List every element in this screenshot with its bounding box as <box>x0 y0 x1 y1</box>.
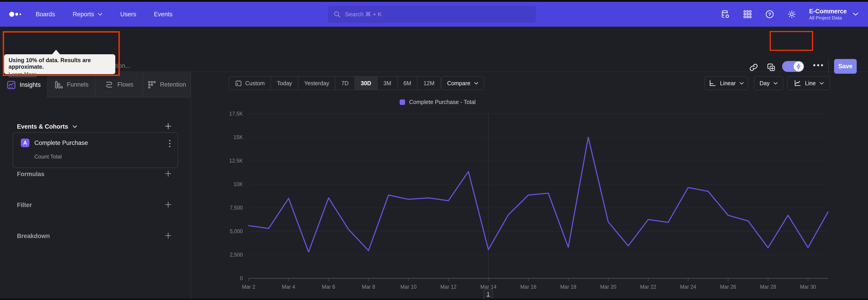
chevron-down-icon <box>98 13 103 16</box>
project-scope: All Project Data <box>809 15 847 21</box>
formulas-section: Formulas <box>0 166 191 182</box>
settings-gear-icon[interactable] <box>787 9 797 19</box>
range-today[interactable]: Today <box>271 77 298 90</box>
chevron-down-icon <box>72 125 77 128</box>
chevron-down-icon <box>819 82 824 85</box>
svg-text:Mar 12: Mar 12 <box>440 284 457 290</box>
range-30d-selected[interactable]: 30D <box>355 77 377 90</box>
svg-text:Mar 2: Mar 2 <box>242 284 255 290</box>
event-card[interactable]: A Complete Purchase Count Total <box>13 132 178 168</box>
search-icon <box>333 10 341 18</box>
line-chart[interactable]: 02,5005,0007,50010K12.5K15K17.5KMar 2Mar… <box>199 95 868 294</box>
help-icon[interactable]: ? <box>765 9 775 19</box>
svg-text:Mar 20: Mar 20 <box>600 284 616 290</box>
chevron-down-icon <box>773 82 778 85</box>
add-filter-button[interactable] <box>164 201 172 210</box>
svg-text:10K: 10K <box>234 181 243 187</box>
tab-label: Funnels <box>67 81 88 88</box>
svg-text:Mar 10: Mar 10 <box>400 284 416 290</box>
learn-more-link[interactable]: Learn More <box>8 71 37 78</box>
range-7d[interactable]: 7D <box>336 77 355 90</box>
breakdown-section: Breakdown <box>0 228 191 244</box>
svg-text:2,500: 2,500 <box>230 252 243 258</box>
svg-text:12.5K: 12.5K <box>229 158 243 164</box>
range-yesterday[interactable]: Yesterday <box>298 77 336 90</box>
svg-text:Mar 26: Mar 26 <box>720 284 736 290</box>
project-switcher[interactable]: E-Commerce All Project Data <box>809 8 859 21</box>
calendar-icon <box>235 80 242 87</box>
svg-text:Mar 8: Mar 8 <box>362 284 375 290</box>
tab-label: Insights <box>20 81 41 88</box>
event-kebab-menu[interactable] <box>168 139 172 149</box>
nav-item-events[interactable]: Events <box>154 11 173 18</box>
nav-items: Boards Reports Users Events <box>36 11 173 18</box>
chevron-down-icon <box>852 12 859 16</box>
chart-type-dropdown[interactable]: Line <box>787 76 830 90</box>
search-input[interactable] <box>345 11 526 18</box>
date-range-segmented-control: Custom Today Yesterday 7D 30D 3M 6M 12M <box>228 76 441 90</box>
tab-label: Flows <box>117 81 133 88</box>
nav-right-cluster: ? E-Commerce All Project Data <box>720 2 859 27</box>
mixpanel-logo[interactable] <box>9 11 25 18</box>
save-button[interactable]: Save <box>834 59 857 74</box>
filter-section: Filter <box>0 197 191 213</box>
add-to-board-icon[interactable] <box>766 62 776 72</box>
event-name[interactable]: Complete Purchase <box>34 140 88 147</box>
tooltip-arrow <box>52 50 60 55</box>
nav-item-users[interactable]: Users <box>120 11 136 18</box>
toggle-knob <box>794 61 804 71</box>
app-window: Boards Reports Users Events <box>0 0 868 300</box>
svg-text:15K: 15K <box>234 134 243 140</box>
breakdown-label: Breakdown <box>17 233 50 240</box>
lightning-bolt-icon <box>795 63 802 70</box>
sampling-tooltip: Using 10% of data. Results are approxima… <box>4 54 115 74</box>
range-3m[interactable]: 3M <box>377 77 398 90</box>
range-6m[interactable]: 6M <box>398 77 418 90</box>
event-metric[interactable]: Count Total <box>34 153 62 160</box>
add-formula-button[interactable] <box>164 170 172 179</box>
tooltip-text: Using 10% of data. Results are approxima… <box>8 57 111 70</box>
interval-dropdown[interactable]: Day <box>754 76 783 90</box>
sampling-toggle[interactable] <box>782 61 804 72</box>
add-breakdown-button[interactable] <box>164 232 172 241</box>
svg-text:?: ? <box>768 11 771 17</box>
event-series-badge: A <box>21 139 29 147</box>
logo-dots-icon <box>9 11 23 18</box>
apps-grid-icon[interactable] <box>743 9 752 19</box>
range-12m[interactable]: 12M <box>417 77 440 90</box>
svg-text:Mar 4: Mar 4 <box>282 284 295 290</box>
svg-text:7,500: 7,500 <box>230 205 243 211</box>
y-scale-dropdown[interactable]: Linear <box>704 76 748 90</box>
nav-item-boards[interactable]: Boards <box>36 11 55 18</box>
window-bottom-edge <box>0 298 868 300</box>
svg-text:Mar 30: Mar 30 <box>800 284 816 290</box>
more-options-button[interactable] <box>813 64 823 66</box>
report-header: Untitled Sampled + Add description... <box>0 27 868 72</box>
copy-link-icon[interactable] <box>749 62 758 72</box>
query-builder-sidebar: Events & Cohorts A Complete Purchase Cou… <box>0 97 191 300</box>
tab-retention[interactable]: Retention <box>143 72 191 97</box>
retention-icon <box>147 80 156 89</box>
linear-axis-icon <box>709 79 716 87</box>
header-divider <box>828 60 829 73</box>
filter-label: Filter <box>17 202 32 209</box>
chevron-down-icon <box>739 82 744 85</box>
range-custom[interactable]: Custom <box>229 77 271 90</box>
project-name: E-Commerce <box>809 8 847 15</box>
sidebar-divider <box>191 72 191 300</box>
add-event-button[interactable] <box>164 122 172 131</box>
project-text: E-Commerce All Project Data <box>809 8 847 21</box>
window-top-edge <box>0 0 868 2</box>
pagination-page-1[interactable]: 1 <box>484 289 493 299</box>
svg-text:Mar 6: Mar 6 <box>322 284 335 290</box>
data-management-icon[interactable] <box>720 9 730 19</box>
nav-item-reports[interactable]: Reports <box>73 11 103 18</box>
top-nav: Boards Reports Users Events <box>0 2 868 27</box>
line-chart-icon <box>794 79 801 87</box>
search-bar[interactable] <box>328 6 536 23</box>
formulas-label: Formulas <box>17 171 44 178</box>
compare-dropdown[interactable]: Compare <box>441 76 485 90</box>
events-cohorts-toggle[interactable]: Events & Cohorts <box>17 123 77 130</box>
funnels-icon <box>54 80 63 89</box>
tab-label: Retention <box>160 81 186 88</box>
